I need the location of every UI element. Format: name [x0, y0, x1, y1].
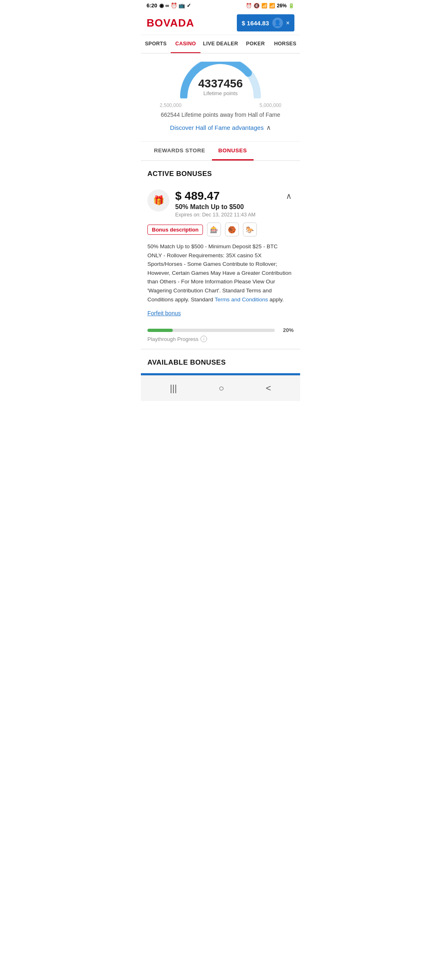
terms-link[interactable]: Terms and Conditions	[215, 296, 268, 303]
nav-horses[interactable]: HORSES	[270, 35, 300, 53]
bottom-nav: ||| ○ <	[141, 375, 300, 401]
hall-of-fame-text: 662544 Lifetime points away from Hall of…	[147, 111, 294, 118]
discover-link-text: Discover Hall of Fame advantages	[170, 124, 263, 131]
status-left: 6:20 ◉ ∞ ⏰ 📺 ✓	[147, 2, 191, 9]
avatar-icon: 👤	[272, 18, 283, 28]
bonus-expiry: Expires on: Dec 13, 2022 11:43 AM	[175, 212, 278, 218]
chevron-up-icon: ∧	[266, 124, 271, 131]
active-bonuses-header: ACTIVE BONUSES	[141, 161, 300, 183]
signal-icon: 📶	[269, 3, 275, 9]
nav-sports[interactable]: SPORTS	[141, 35, 171, 53]
balance-button[interactable]: $ 1644.83 👤 ×	[237, 14, 294, 31]
tab-rewards-store[interactable]: REWARDS STORE	[147, 142, 212, 160]
scale-min: 2,500,000	[160, 102, 181, 108]
points-label: Lifetime points	[198, 90, 243, 96]
bonus-amount: $ 489.47	[175, 189, 278, 203]
progress-row: 20%	[147, 327, 294, 333]
bonus-desc-main: 50% Match Up to $500 - Minimum Deposit $…	[147, 243, 292, 303]
nav-live-dealer[interactable]: LIVE DEALER	[200, 35, 241, 53]
mute-icon: 🔇	[254, 3, 260, 9]
main-nav: SPORTS CASINO LIVE DEALER POKER HORSES	[141, 35, 300, 53]
bonus-card-header: 🎁 $ 489.47 50% Match Up to $500 Expires …	[147, 189, 294, 218]
header: BOVADA $ 1644.83 👤 ×	[141, 11, 300, 35]
sports-icon[interactable]: 🏀	[225, 223, 239, 236]
bonus-description-tag[interactable]: Bonus description	[147, 225, 203, 235]
points-value: 4337456	[198, 78, 243, 89]
wifi-icon: 📶	[261, 3, 267, 9]
status-time: 6:20	[147, 2, 157, 9]
bonus-card: 🎁 $ 489.47 50% Match Up to $500 Expires …	[141, 183, 300, 349]
close-icon[interactable]: ×	[286, 20, 290, 26]
balance-amount: $ 1644.83	[242, 20, 269, 27]
menu-button[interactable]: |||	[163, 381, 183, 395]
available-bonuses-header: AVAILABLE BONUSES	[141, 349, 300, 373]
gauge-center: 4337456 Lifetime points	[198, 78, 243, 96]
gift-icon: 🎁	[147, 189, 169, 212]
progress-bar-bg	[147, 329, 275, 332]
bonus-name: 50% Match Up to $500	[175, 203, 278, 211]
logo: BOVADA	[147, 17, 194, 29]
home-button[interactable]: ○	[212, 381, 230, 395]
horses-icon[interactable]: 🐎	[243, 223, 257, 236]
progress-bar-fill	[147, 329, 173, 332]
back-button[interactable]: <	[259, 381, 278, 395]
tabs: REWARDS STORE BONUSES	[141, 142, 300, 161]
tab-bonuses[interactable]: BONUSES	[212, 142, 254, 160]
bonus-desc-text: 50% Match Up to $500 - Minimum Deposit $…	[147, 242, 294, 304]
slots-icon[interactable]: 🎰	[207, 223, 221, 236]
progress-section: 20% Playthrough Progress i	[147, 327, 294, 342]
forfeit-link[interactable]: Forfeit bonus	[147, 310, 181, 316]
points-section: 4337456 Lifetime points 2,500,000 5,000,…	[141, 53, 300, 142]
status-bar: 6:20 ◉ ∞ ⏰ 📺 ✓ ⏰ 🔇 📶 📶 26% 🔋	[141, 0, 300, 11]
alarm-icon: ⏰	[246, 3, 252, 9]
progress-label: Playthrough Progress i	[147, 336, 294, 342]
gauge-container: 4337456 Lifetime points	[147, 62, 294, 98]
info-icon[interactable]: i	[200, 336, 207, 342]
gauge-scale: 2,500,000 5,000,000	[147, 102, 294, 108]
nav-poker[interactable]: POKER	[241, 35, 270, 53]
progress-label-text: Playthrough Progress	[147, 336, 198, 342]
bonus-tags: Bonus description 🎰 🏀 🐎	[147, 223, 294, 236]
status-icons: ◉ ∞ ⏰ 📺 ✓	[159, 2, 191, 9]
bonus-desc-suffix: apply.	[268, 296, 284, 303]
battery-pct: 26%	[277, 3, 287, 9]
discover-link[interactable]: Discover Hall of Fame advantages ∧	[147, 124, 294, 131]
collapse-button[interactable]: ∧	[284, 189, 294, 203]
progress-percent: 20%	[279, 327, 294, 333]
scale-max: 5,000,000	[260, 102, 281, 108]
battery-icon: 🔋	[288, 3, 294, 9]
status-right: ⏰ 🔇 📶 📶 26% 🔋	[246, 3, 294, 9]
bonus-info: $ 489.47 50% Match Up to $500 Expires on…	[175, 189, 278, 218]
nav-casino[interactable]: CASINO	[171, 35, 200, 53]
